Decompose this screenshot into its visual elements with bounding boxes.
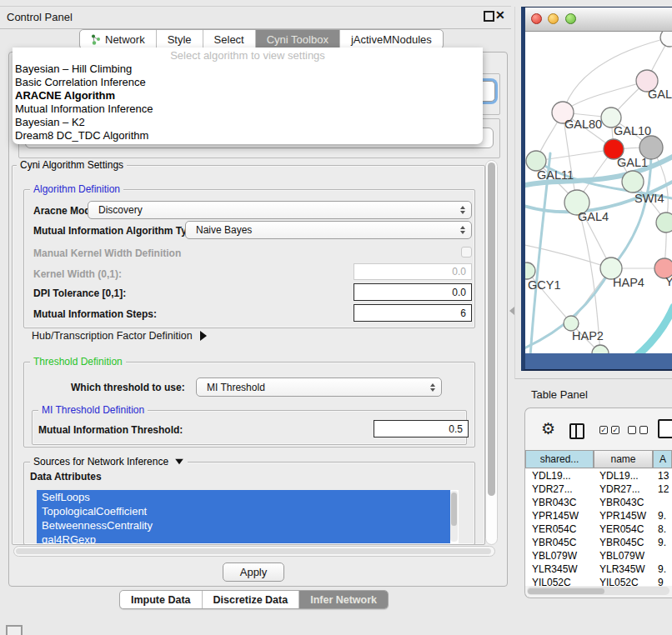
dpi-tolerance-field[interactable]: 0.0	[354, 283, 472, 301]
cell-name: YPR145W	[594, 510, 653, 522]
aracne-mode-combo[interactable]: Discovery	[88, 201, 472, 219]
network-svg: GALGAL80GAL10GAL1GAL11SWI4GAL4GCY1HAP4YH…	[525, 32, 672, 353]
bottom-tabbar: Impute Data Discretize Data Infer Networ…	[119, 590, 389, 609]
cell-shared-name: YIL052C	[525, 577, 594, 586]
tab-style[interactable]: Style	[157, 30, 203, 48]
kernel-width-field[interactable]: 0.0	[354, 263, 472, 280]
network-node[interactable]	[525, 262, 535, 279]
dropdown-item-bayesian-k2[interactable]: Bayesian – K2	[15, 116, 479, 129]
mac-close-button[interactable]	[531, 13, 542, 24]
network-node[interactable]	[622, 171, 644, 192]
checkbox-checked-icon[interactable]: ✓	[611, 426, 619, 434]
table-header-name[interactable]: name	[594, 450, 653, 468]
mi-algorithm-type-combo[interactable]: Naive Bayes	[185, 221, 472, 239]
network-node-label: GAL80	[564, 118, 602, 131]
tab-jactivemnodules[interactable]: jActiveMNodules	[340, 30, 443, 48]
network-canvas[interactable]: GALGAL80GAL10GAL1GAL11SWI4GAL4GCY1HAP4YH…	[525, 32, 672, 353]
tab-network[interactable]: Network	[80, 30, 157, 48]
network-edge[interactable]	[632, 307, 672, 353]
table-row[interactable]: YBL079W YBL079W	[525, 549, 672, 562]
network-edge[interactable]	[536, 149, 614, 161]
tab-discretize-data[interactable]: Discretize Data	[203, 591, 300, 608]
control-panel-tabbar: Network Style Select Cyni Toolbox jActiv…	[79, 29, 444, 49]
threshold-definition-title: Threshold Definition	[30, 356, 126, 368]
which-threshold-combo[interactable]: MI Threshold	[196, 378, 442, 397]
attribute-list-item[interactable]: BetweennessCentrality	[37, 518, 450, 532]
cell-name: YIL052C	[594, 577, 653, 586]
network-node[interactable]	[660, 32, 672, 47]
float-window-icon[interactable]	[484, 11, 494, 22]
algorithm-definition-title: Algorithm Definition	[30, 183, 123, 195]
document-icon[interactable]	[658, 419, 672, 438]
mi-steps-value: 6	[460, 308, 466, 319]
settings-hscroll-thumb[interactable]	[16, 548, 491, 554]
tab-select[interactable]: Select	[203, 30, 256, 48]
panel-divider[interactable]	[514, 7, 515, 379]
network-node[interactable]	[592, 345, 609, 353]
control-panel-titlebar	[0, 6, 511, 29]
network-icon	[91, 34, 101, 45]
attribute-list-item[interactable]: gal4RGexp	[37, 532, 450, 543]
cell-value: 9	[653, 577, 672, 586]
cell-name: YBR045C	[594, 537, 653, 548]
table-row[interactable]: YLR345W YLR345W 9.	[525, 562, 672, 576]
close-icon[interactable]: ✕	[495, 8, 505, 22]
cell-shared-name: YDL19...	[525, 470, 594, 482]
dropdown-item-mutual-information[interactable]: Mutual Information Inference	[15, 102, 479, 116]
settings-vscroll-thumb[interactable]	[488, 162, 495, 496]
dpi-tolerance-label: DPI Tolerance [0,1]:	[33, 288, 126, 299]
columns-icon[interactable]	[569, 423, 584, 439]
manual-kernel-width-checkbox[interactable]	[461, 247, 472, 258]
attribute-list-item[interactable]: SelfLoops	[37, 490, 450, 504]
attributes-scrollbar-thumb[interactable]	[451, 492, 457, 526]
network-node[interactable]	[656, 212, 672, 232]
tab-network-label: Network	[105, 33, 145, 46]
cell-shared-name: YBL079W	[525, 550, 594, 562]
cell-name: YBR043C	[594, 497, 653, 508]
network-node-label: GAL4	[578, 210, 609, 223]
dropdown-item-aracne[interactable]: ARACNE Algorithm	[15, 89, 479, 102]
checkbox-checked-icon[interactable]: ✓	[599, 426, 608, 434]
cell-name: YDR27...	[594, 483, 653, 495]
table-header-shared-name[interactable]: shared...	[525, 450, 594, 468]
sources-title-row[interactable]: Sources for Network Inference	[30, 456, 188, 468]
table-row[interactable]: YIL052C YIL052C 9	[525, 576, 672, 586]
dropdown-item-dream8[interactable]: Dream8 DC_TDC Algorithm	[15, 129, 479, 142]
settings-vertical-scrollbar[interactable]	[485, 160, 498, 545]
network-edge[interactable]	[563, 81, 647, 112]
tab-infer-network[interactable]: Infer Network	[299, 591, 388, 608]
dpi-tolerance-value: 0.0	[452, 287, 466, 298]
table-row[interactable]: YDR27... YDR27... 12	[525, 482, 672, 496]
table-horizontal-scrollbar[interactable]	[527, 587, 669, 595]
tab-cyni-toolbox[interactable]: Cyni Toolbox	[256, 30, 340, 48]
gear-icon[interactable]: ⚙	[541, 421, 555, 437]
settings-horizontal-scrollbar[interactable]	[13, 546, 495, 557]
mac-zoom-button[interactable]	[565, 13, 576, 24]
tab-impute-data[interactable]: Impute Data	[120, 591, 203, 608]
attributes-list-scrollbar[interactable]	[450, 491, 458, 542]
panel-collapse-handle[interactable]	[509, 307, 514, 315]
table-hscroll-thumb[interactable]	[528, 588, 604, 594]
table-row[interactable]: YDL19... YDL19... 13	[525, 469, 672, 482]
attribute-list-item[interactable]: TopologicalCoefficient	[37, 504, 450, 518]
checkbox-unchecked-icon[interactable]	[628, 426, 636, 434]
table-row[interactable]: YER054C YER054C 8.	[525, 522, 672, 536]
dropdown-item-bayesian-hill-climbing[interactable]: Bayesian – Hill Climbing	[15, 62, 479, 76]
table-row[interactable]: YPR145W YPR145W 9.	[525, 509, 672, 522]
dropdown-placeholder: Select algorithm to view settings	[13, 49, 483, 62]
mi-threshold-field[interactable]: 0.5	[374, 420, 469, 438]
checkbox-unchecked-icon[interactable]	[639, 426, 648, 434]
table-row[interactable]: YBR043C YBR043C	[525, 496, 672, 509]
cell-name: YDL19...	[594, 470, 653, 482]
dropdown-item-basic-correlation[interactable]: Basic Correlation Inference	[15, 76, 479, 89]
hub-definition-disclosure[interactable]: Hub/Transcription Factor Definition	[32, 330, 207, 342]
apply-button[interactable]: Apply	[223, 562, 284, 582]
table-row[interactable]: YBR045C YBR045C 9.	[525, 536, 672, 549]
aracne-mode-value: Discovery	[98, 204, 143, 216]
mac-minimize-button[interactable]	[548, 13, 559, 24]
table-header-third[interactable]: A	[653, 450, 672, 468]
cell-value: 9.	[653, 563, 672, 575]
mi-steps-field[interactable]: 6	[354, 304, 472, 322]
minimized-panel-icon[interactable]	[6, 625, 23, 635]
manual-kernel-width-label: Manual Kernel Width Definition	[33, 248, 181, 259]
